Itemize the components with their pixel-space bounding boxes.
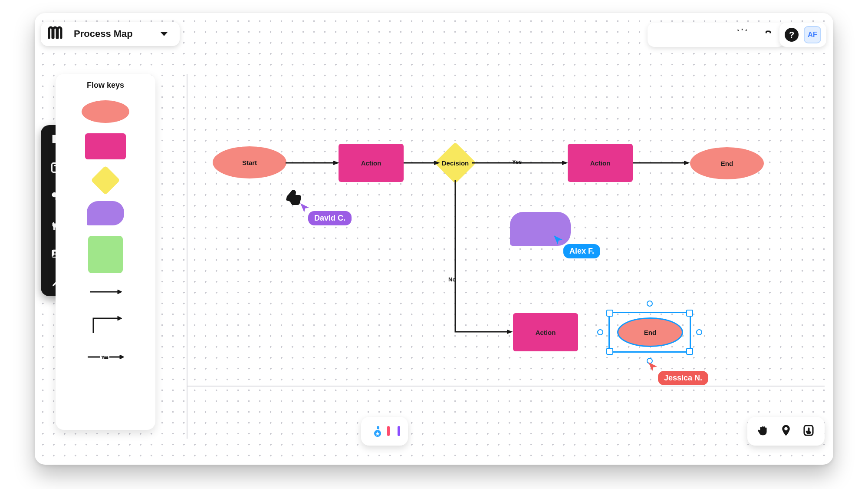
- collaborator-cursor-david: David C.: [284, 187, 352, 225]
- svg-rect-1: [663, 29, 666, 31]
- node-end-1[interactable]: End: [690, 147, 764, 179]
- palette-title: Flow keys: [56, 81, 155, 90]
- current-user-avatar[interactable]: AF: [804, 26, 821, 43]
- board-title-selector[interactable]: Process Map: [41, 22, 180, 46]
- svg-text:Yes: Yes: [102, 355, 108, 360]
- collaborator-cursor-jessica: Jessica N.: [650, 363, 708, 385]
- edge-action1-decision[interactable]: [404, 161, 441, 167]
- svg-point-3: [713, 35, 715, 38]
- palette-decision-shape[interactable]: [56, 170, 155, 191]
- view-mode-bar: [747, 417, 825, 446]
- participant-avatar-1[interactable]: [377, 427, 379, 435]
- top-toolbar: [648, 23, 785, 47]
- palette-rounded-shape[interactable]: [56, 201, 155, 225]
- node-end-2[interactable]: End: [617, 317, 683, 347]
- touch-mode-tool[interactable]: [802, 424, 815, 439]
- collaborator-cursor-alex: Alex F.: [556, 236, 600, 258]
- edge-action2-end1[interactable]: [633, 161, 691, 167]
- node-decision[interactable]: Decision: [437, 145, 473, 181]
- flow-keys-palette: Flow keys Yes: [56, 74, 155, 430]
- svg-point-20: [784, 427, 788, 431]
- hand-pan-tool[interactable]: [757, 424, 770, 439]
- participant-avatar-2[interactable]: [387, 427, 390, 435]
- help-button[interactable]: ?: [785, 28, 799, 42]
- node-action-1[interactable]: Action: [339, 144, 404, 182]
- chevron-down-icon: [161, 32, 168, 36]
- timer-icon[interactable]: [657, 28, 671, 42]
- toolbox-icon[interactable]: [761, 28, 775, 42]
- palette-straight-arrow[interactable]: [89, 289, 122, 297]
- cursor-spotlight-icon[interactable]: [735, 28, 749, 42]
- svg-point-4: [717, 35, 720, 38]
- edge-label-yes: Yes: [512, 159, 522, 165]
- participant-avatar-3[interactable]: [398, 427, 400, 435]
- node-action-2[interactable]: Action: [568, 144, 633, 182]
- edge-decision-no[interactable]: [454, 180, 515, 334]
- map-view-tool[interactable]: [779, 424, 792, 439]
- node-start[interactable]: Start: [213, 146, 286, 178]
- app-logo: [48, 26, 63, 43]
- board-title: Process Map: [74, 28, 133, 40]
- top-right-bar: ? AF: [779, 23, 826, 47]
- vote-icon[interactable]: [683, 28, 697, 42]
- node-action-3[interactable]: Action: [513, 313, 578, 351]
- svg-rect-6: [764, 35, 773, 36]
- presence-bar: [361, 417, 408, 446]
- palette-labeled-arrow[interactable]: Yes: [87, 354, 124, 362]
- palette-elbow-arrow[interactable]: [89, 314, 122, 337]
- palette-process-shape[interactable]: [56, 133, 155, 159]
- edge-start-action1[interactable]: [286, 161, 340, 167]
- palette-note-shape[interactable]: [56, 236, 155, 273]
- edge-label-no: No: [448, 276, 456, 283]
- private-mode-icon[interactable]: [709, 28, 723, 42]
- palette-terminator-shape[interactable]: [56, 100, 155, 123]
